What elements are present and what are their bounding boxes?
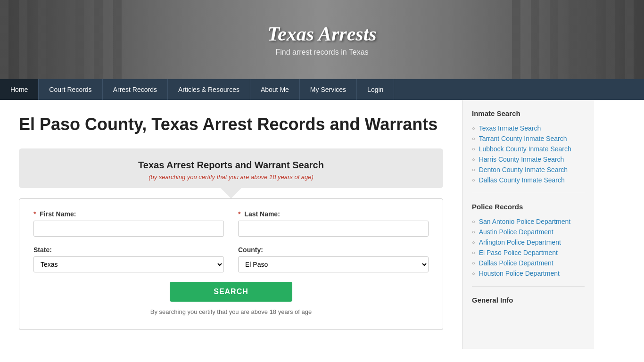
inmate-link-4[interactable]: Harris County Inmate Search — [479, 156, 564, 163]
site-header: Texas Arrests Find arrest records in Tex… — [0, 0, 644, 79]
location-row: State: Texas County: El Paso — [33, 246, 429, 272]
search-box-title: Texas Arrest Reports and Warrant Search — [33, 160, 429, 171]
nav-login[interactable]: Login — [357, 79, 394, 100]
required-star-last: * — [238, 210, 240, 218]
nav-home[interactable]: Home — [0, 79, 39, 100]
police-records-list: San Antonio Police Department Austin Pol… — [472, 216, 585, 279]
first-name-input[interactable] — [33, 221, 224, 237]
name-row: * First Name: * Last Name: — [33, 210, 429, 237]
county-select[interactable]: El Paso — [238, 256, 429, 272]
required-star-first: * — [33, 210, 36, 218]
list-item: Arlington Police Department — [472, 237, 585, 247]
list-item: San Antonio Police Department — [472, 216, 585, 227]
nav-services[interactable]: My Services — [300, 79, 357, 100]
list-item: Austin Police Department — [472, 227, 585, 237]
nav-arrest-records[interactable]: Arrest Records — [103, 79, 168, 100]
search-disclaimer: (by searching you certify that you are a… — [33, 173, 429, 181]
last-name-label: * Last Name: — [238, 210, 429, 218]
sidebar-divider-2 — [472, 286, 585, 287]
list-item: Tarrant County Inmate Search — [472, 133, 585, 144]
main-content: El Paso County, Texas Arrest Records and… — [0, 100, 462, 349]
police-link-1[interactable]: San Antonio Police Department — [479, 218, 571, 225]
sidebar-divider-1 — [472, 193, 585, 193]
main-nav: Home Court Records Arrest Records Articl… — [0, 79, 644, 100]
inmate-link-3[interactable]: Lubbock County Inmate Search — [479, 145, 571, 153]
list-item: Denton County Inmate Search — [472, 165, 585, 175]
bars-right-decoration — [512, 0, 644, 79]
list-item: Houston Police Department — [472, 268, 585, 279]
inmate-search-title: Inmate Search — [472, 109, 585, 117]
nav-court-records[interactable]: Court Records — [39, 79, 102, 100]
last-name-input[interactable] — [238, 221, 429, 237]
first-name-group: * First Name: — [33, 210, 224, 237]
police-link-5[interactable]: Dallas Police Department — [479, 259, 553, 267]
search-footer-note: By searching you certify that you are ab… — [33, 308, 429, 315]
state-group: State: Texas — [33, 246, 224, 272]
list-item: Dallas County Inmate Search — [472, 175, 585, 185]
police-records-title: Police Records — [472, 203, 585, 211]
police-link-2[interactable]: Austin Police Department — [479, 228, 553, 236]
page-title: El Paso County, Texas Arrest Records and… — [19, 114, 443, 134]
list-item: El Paso Police Department — [472, 247, 585, 258]
inmate-search-list: Texas Inmate Search Tarrant County Inmat… — [472, 123, 585, 185]
list-item: Dallas Police Department — [472, 258, 585, 268]
general-info-title: General Info — [472, 296, 585, 304]
site-subtitle: Find arrest records in Texas — [275, 48, 368, 57]
page-layout: El Paso County, Texas Arrest Records and… — [0, 100, 644, 349]
last-name-group: * Last Name: — [238, 210, 429, 237]
inmate-link-5[interactable]: Denton County Inmate Search — [479, 166, 568, 173]
county-label: County: — [238, 246, 429, 254]
police-link-6[interactable]: Houston Police Department — [479, 270, 560, 277]
police-link-3[interactable]: Arlington Police Department — [479, 239, 561, 246]
first-name-label: * First Name: — [33, 210, 224, 218]
inmate-link-2[interactable]: Tarrant County Inmate Search — [479, 135, 567, 142]
nav-articles[interactable]: Articles & Resources — [168, 79, 250, 100]
sidebar: Inmate Search Texas Inmate Search Tarran… — [462, 100, 594, 349]
state-label: State: — [33, 246, 224, 254]
arrow-down-decoration — [221, 188, 241, 198]
inmate-link-1[interactable]: Texas Inmate Search — [479, 124, 541, 132]
state-select[interactable]: Texas — [33, 256, 224, 272]
site-title: Texas Arrests — [267, 23, 376, 45]
list-item: Lubbock County Inmate Search — [472, 144, 585, 154]
nav-about[interactable]: About Me — [250, 79, 300, 100]
search-container: Texas Arrest Reports and Warrant Search … — [19, 148, 443, 188]
police-link-4[interactable]: El Paso Police Department — [479, 249, 558, 256]
list-item: Texas Inmate Search — [472, 123, 585, 133]
county-group: County: El Paso — [238, 246, 429, 272]
list-item: Harris County Inmate Search — [472, 154, 585, 165]
inmate-link-6[interactable]: Dallas County Inmate Search — [479, 176, 565, 184]
bars-left-decoration — [0, 0, 132, 79]
search-button[interactable]: SEARCH — [170, 282, 292, 302]
search-form: * First Name: * Last Name: State: — [19, 198, 443, 330]
